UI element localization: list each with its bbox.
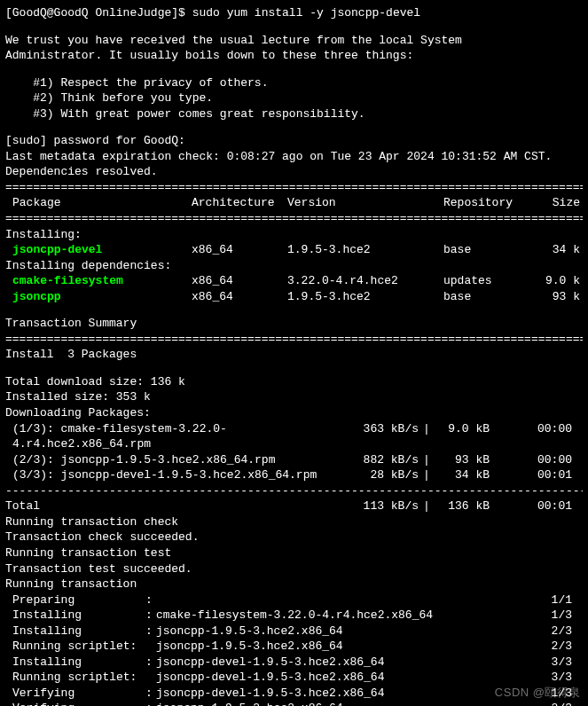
transaction-row: Running scriptlet:jsoncpp-1.9.5-3.hce2.x…: [5, 639, 583, 655]
download-speed: 882 kB/s: [349, 452, 419, 468]
blank-line: [5, 21, 583, 33]
tx-step-count: 1/1: [547, 592, 583, 608]
tx-step-pkg: jsoncpp-devel-1.9.5-3.hce2.x86_64: [156, 655, 547, 671]
tx-step-label: Running scriptlet:: [5, 639, 145, 655]
download-time: 00:00: [490, 452, 583, 468]
colon: :: [145, 655, 156, 671]
total-download-size: Total download size: 136 k: [5, 374, 583, 390]
tx-step-label: Preparing: [5, 592, 145, 608]
tx-run: Running transaction: [5, 577, 583, 592]
download-time: 00:00: [490, 421, 583, 452]
tx-step-pkg: cmake-filesystem-3.22.0-4.r4.hce2.x86_64: [156, 608, 547, 624]
total-size: 136 kB: [435, 498, 490, 514]
blank-line: [5, 122, 583, 133]
table-header-row: Package Architecture Version Repository …: [5, 195, 583, 211]
tx-test-ok: Transaction test succeeded.: [5, 561, 583, 577]
pkg-repo: base: [443, 289, 537, 305]
divider-thick: ========================================…: [5, 211, 583, 227]
pkg-arch: x86_64: [192, 242, 287, 258]
blank-line: [5, 363, 583, 374]
col-package: Package: [5, 195, 192, 211]
blank-line: [5, 64, 583, 75]
col-repo: Repository: [443, 195, 537, 211]
tx-step-count: 2/3: [547, 701, 583, 706]
pkg-size: 9.0 k: [537, 273, 580, 289]
terminal-output[interactable]: [GoodQ@GoodQ OnlineJudge]$ sudo yum inst…: [5, 5, 583, 706]
pkg-size: 93 k: [537, 289, 580, 305]
table-row: cmake-filesystem x86_64 3.22.0-4.r4.hce2…: [5, 273, 583, 289]
colon: :: [145, 624, 156, 639]
tx-step-label: Running scriptlet:: [5, 670, 145, 686]
tx-step-label: Installing: [5, 608, 145, 624]
colon: [145, 639, 156, 655]
colon: [145, 670, 156, 686]
tx-step-label: Verifying: [5, 686, 145, 702]
tx-step-pkg: [156, 592, 547, 608]
transaction-row: Installing:jsoncpp-devel-1.9.5-3.hce2.x8…: [5, 655, 583, 671]
lecture-line: We trust you have received the usual lec…: [5, 33, 583, 49]
divider-thick: ========================================…: [5, 180, 583, 196]
table-row: jsoncpp x86_64 1.9.5-3.hce2 base 93 k: [5, 289, 583, 305]
download-size: 93 kB: [435, 452, 490, 468]
divider-thin: ----------------------------------------…: [5, 483, 583, 499]
colon: :: [145, 701, 156, 706]
table-row: jsoncpp-devel x86_64 1.9.5-3.hce2 base 3…: [5, 242, 583, 258]
pkg-name: jsoncpp: [12, 290, 61, 303]
download-time: 00:01: [490, 467, 583, 483]
lecture-item: #2) Think before you type.: [5, 90, 583, 106]
tx-step-pkg: jsoncpp-1.9.5-3.hce2.x86_64: [156, 701, 547, 706]
pkg-version: 1.9.5-3.hce2: [287, 289, 443, 305]
tx-step-count: 1/3: [547, 608, 583, 624]
tx-step-pkg: jsoncpp-1.9.5-3.hce2.x86_64: [156, 624, 547, 639]
download-speed: 363 kB/s: [349, 421, 419, 452]
pkg-name: jsoncpp-devel: [12, 243, 102, 256]
lecture-line: Administrator. It usually boils down to …: [5, 48, 583, 64]
download-size: 34 kB: [435, 467, 490, 483]
lecture-item: #3) With great power comes great respons…: [5, 106, 583, 122]
tx-step-count: 2/3: [547, 624, 583, 639]
pkg-size: 34 k: [537, 242, 580, 258]
metadata-line: Last metadata expiration check: 0:08:27 …: [5, 149, 583, 165]
download-size: 9.0 kB: [435, 421, 490, 452]
shell-prompt: [GoodQ@GoodQ OnlineJudge]$: [5, 6, 192, 20]
pipe-separator: |: [419, 421, 435, 452]
pkg-arch: x86_64: [192, 273, 287, 289]
total-time: 00:01: [490, 498, 583, 514]
blank-line: [5, 304, 583, 316]
transaction-row: Preparing:1/1: [5, 592, 583, 608]
download-row: (2/3): jsoncpp-1.9.5-3.hce2.x86_64.rpm 8…: [5, 452, 583, 468]
pkg-arch: x86_64: [192, 289, 287, 305]
tx-step-label: Installing: [5, 624, 145, 639]
col-size: Size: [537, 195, 580, 211]
lecture-item: #1) Respect the privacy of others.: [5, 75, 583, 91]
transaction-row: Installing:cmake-filesystem-3.22.0-4.r4.…: [5, 608, 583, 624]
transaction-summary-label: Transaction Summary: [5, 316, 583, 332]
deps-resolved: Dependencies resolved.: [5, 164, 583, 180]
col-arch: Architecture: [192, 195, 287, 211]
tx-step-count: 2/3: [547, 639, 583, 655]
tx-step-pkg: jsoncpp-1.9.5-3.hce2.x86_64: [156, 639, 547, 655]
installed-size: Installed size: 353 k: [5, 389, 583, 405]
download-name: (3/3): jsoncpp-devel-1.9.5-3.hce2.x86_64…: [5, 467, 349, 483]
pkg-name: cmake-filesystem: [12, 274, 123, 287]
pipe-separator: |: [419, 498, 435, 514]
download-speed: 28 kB/s: [349, 467, 419, 483]
pkg-repo: base: [443, 242, 537, 258]
pkg-version: 1.9.5-3.hce2: [287, 242, 443, 258]
colon: :: [145, 608, 156, 624]
downloading-label: Downloading Packages:: [5, 405, 583, 421]
tx-test: Running transaction test: [5, 545, 583, 561]
pipe-separator: |: [419, 467, 435, 483]
shell-prompt-line: [GoodQ@GoodQ OnlineJudge]$ sudo yum inst…: [5, 5, 583, 21]
col-version: Version: [287, 195, 443, 211]
transaction-row: Running scriptlet:jsoncpp-devel-1.9.5-3.…: [5, 670, 583, 686]
tx-step-count: 3/3: [547, 670, 583, 686]
colon: :: [145, 686, 156, 702]
download-total-row: Total 113 kB/s | 136 kB 00:01: [5, 498, 583, 514]
download-row: (3/3): jsoncpp-devel-1.9.5-3.hce2.x86_64…: [5, 467, 583, 483]
tx-step-label: Verifying: [5, 701, 145, 706]
pkg-repo: updates: [443, 273, 537, 289]
transaction-row: Installing:jsoncpp-1.9.5-3.hce2.x86_642/…: [5, 624, 583, 639]
install-count: Install 3 Packages: [5, 347, 583, 363]
divider-thick: ========================================…: [5, 332, 583, 348]
